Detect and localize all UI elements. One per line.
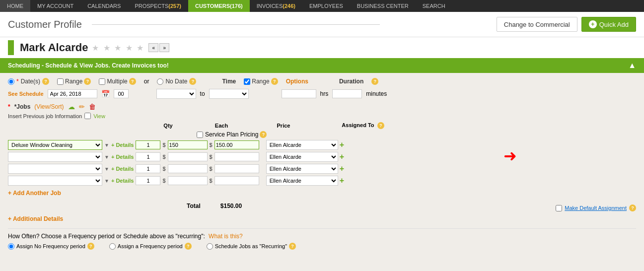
insert-prev-row: Insert Previous job Information View: [8, 113, 636, 119]
nav-item-search[interactable]: SEARCH: [416, 0, 452, 12]
dates-radio[interactable]: [8, 78, 14, 85]
freq-label-1: Assign a Frequency period: [118, 243, 183, 249]
quick-add-button[interactable]: + Quick Add: [581, 17, 636, 32]
what-is-this-link[interactable]: What is this?: [209, 233, 243, 240]
make-default-area: Make Default Assignment ?: [556, 204, 636, 211]
assigned-select-1[interactable]: Ellen Alcarde: [266, 152, 338, 162]
price-input-0[interactable]: [215, 140, 259, 149]
add-another-job-link[interactable]: + Add Another Job: [8, 190, 61, 197]
details-link-1[interactable]: + Details: [111, 154, 134, 160]
assigned-plus-3[interactable]: +: [340, 176, 344, 185]
view-sort-link[interactable]: (View/Sort): [34, 103, 64, 110]
duration-hrs-input[interactable]: [282, 89, 316, 98]
assigned-plus-2[interactable]: +: [340, 164, 344, 173]
job-rows-container: Deluxe Window Cleaning ▼ + Details $ $ E…: [8, 140, 636, 186]
price-input-2[interactable]: [215, 164, 259, 173]
make-default-help-icon[interactable]: ?: [629, 204, 636, 211]
prev-customer-button[interactable]: «: [148, 43, 158, 52]
assigned-help-icon[interactable]: ?: [377, 122, 384, 129]
nav-item-invoices[interactable]: INVOICES(246): [250, 0, 302, 12]
time-range-label: Range: [252, 78, 269, 85]
nav-item-customers[interactable]: CUSTOMERS(176): [188, 0, 250, 12]
nav-item-home[interactable]: HOME: [0, 0, 30, 12]
freq-radio-1[interactable]: [109, 243, 116, 250]
next-customer-button[interactable]: »: [159, 43, 169, 52]
time-to-select[interactable]: [209, 89, 249, 99]
multiple-checkbox[interactable]: [99, 78, 105, 85]
time-range-checkbox[interactable]: [244, 78, 250, 85]
date-input[interactable]: Apr 26, 2018: [48, 89, 97, 98]
assigned-plus-0[interactable]: +: [340, 140, 344, 149]
each-input-0[interactable]: [168, 140, 208, 149]
job-select-2[interactable]: [8, 164, 102, 174]
job-select-3[interactable]: [8, 176, 102, 186]
each-input-1[interactable]: [168, 152, 208, 161]
add-job-icon[interactable]: ☁: [68, 103, 75, 111]
freq-help-icon-2[interactable]: ?: [289, 243, 296, 250]
details-link-3[interactable]: + Details: [111, 178, 134, 184]
details-link-2[interactable]: + Details: [111, 166, 134, 172]
time-from-select[interactable]: [156, 89, 196, 99]
duration-help-icon[interactable]: ?: [371, 78, 378, 85]
job-dropdown-arrow-1[interactable]: ▼: [104, 154, 109, 160]
job-dropdown-arrow-3[interactable]: ▼: [104, 178, 109, 184]
dates-help-icon[interactable]: ?: [42, 78, 49, 85]
col-headers: Qty Each Price Assigned To ?: [8, 122, 636, 129]
service-plan-checkbox[interactable]: [197, 132, 203, 138]
delete-job-icon[interactable]: 🗑: [89, 103, 96, 111]
job-dropdown-arrow-0[interactable]: ▼: [104, 142, 109, 148]
page-title: Customer Profile: [8, 19, 380, 30]
multiple-help-icon[interactable]: ?: [129, 78, 136, 85]
no-date-help-icon[interactable]: ?: [189, 78, 196, 85]
freq-option-0: Assign No Frequency period ?: [8, 243, 94, 250]
additional-details-link[interactable]: + Additional Details: [8, 215, 63, 222]
qty-input-2[interactable]: [136, 164, 160, 173]
change-to-commercial-button[interactable]: Change to Commercial: [497, 17, 577, 32]
assigned-select-0[interactable]: Ellen Alcarde: [266, 140, 338, 150]
price-input-1[interactable]: [215, 152, 259, 161]
qty-input-3[interactable]: [136, 176, 160, 185]
make-default-checkbox[interactable]: [556, 205, 562, 211]
job-dropdown-arrow-2[interactable]: ▼: [104, 166, 109, 172]
qty-input-1[interactable]: [136, 152, 160, 161]
duration-minutes-input[interactable]: [332, 89, 362, 98]
assigned-select-3[interactable]: Ellen Alcarde: [266, 176, 338, 186]
nav-item-my-account[interactable]: MY ACCOUNT: [30, 0, 80, 12]
frequency-question: How Often? Choose a Frequency period or …: [8, 233, 636, 240]
price-input-3[interactable]: [215, 176, 259, 185]
service-plan-label: Service Plan Pricing: [205, 131, 258, 138]
job-select-1[interactable]: [8, 152, 102, 162]
job-row: ▼ + Details $ $ Ellen Alcarde +: [8, 164, 636, 174]
time-range-checkbox-group: Range ?: [244, 78, 278, 85]
insert-prev-checkbox[interactable]: [84, 113, 91, 119]
calendar-icon[interactable]: 📅: [101, 90, 110, 98]
freq-help-icon-1[interactable]: ?: [185, 243, 192, 250]
assigned-select-2[interactable]: Ellen Alcarde: [266, 164, 338, 174]
each-input-3[interactable]: [168, 176, 208, 185]
nav-item-prospects[interactable]: PROSPECTS(257): [128, 0, 188, 12]
view-link[interactable]: View: [93, 113, 105, 119]
total-value: $150.00: [220, 203, 242, 209]
range-help-icon[interactable]: ?: [84, 78, 91, 85]
range-checkbox[interactable]: [57, 78, 64, 85]
options-link[interactable]: Options: [286, 78, 308, 85]
collapse-arrow-icon[interactable]: ▲: [628, 61, 636, 70]
nav-item-employees[interactable]: EMPLOYEES: [302, 0, 350, 12]
each-input-2[interactable]: [168, 164, 208, 173]
job-select-0[interactable]: Deluxe Window Cleaning: [8, 140, 102, 150]
time-00-input[interactable]: [114, 89, 129, 98]
or-label: or: [144, 78, 149, 85]
time-range-help-icon[interactable]: ?: [271, 78, 278, 85]
qty-input-0[interactable]: [136, 140, 160, 149]
nav-item-business-center[interactable]: BUSINESS CENTER: [350, 0, 416, 12]
freq-help-icon-0[interactable]: ?: [87, 243, 94, 250]
details-link-0[interactable]: + Details: [111, 142, 134, 148]
freq-radio-0[interactable]: [8, 243, 14, 250]
freq-radio-2[interactable]: [207, 243, 213, 250]
service-plan-help-icon[interactable]: ?: [260, 131, 267, 138]
assigned-plus-1[interactable]: +: [340, 152, 344, 161]
make-default-link[interactable]: Make Default Assignment: [565, 205, 627, 211]
no-date-radio[interactable]: [157, 78, 163, 85]
nav-item-calendars[interactable]: CALENDARS: [80, 0, 128, 12]
edit-job-icon[interactable]: ✏: [79, 103, 85, 111]
